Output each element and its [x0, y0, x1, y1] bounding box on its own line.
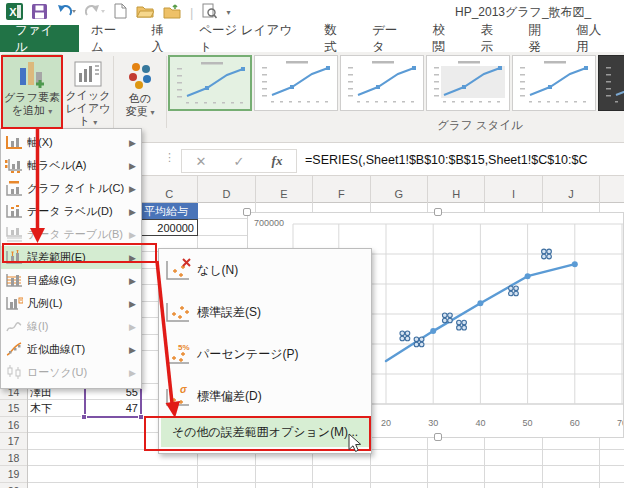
print-preview-icon[interactable]	[202, 3, 217, 22]
svg-text:X: X	[9, 6, 17, 18]
change-colors-button[interactable]: 色の 変更 ▾	[116, 54, 164, 129]
column-header[interactable]: I	[485, 176, 542, 203]
add-chart-element-button[interactable]: グラフ要素 を追加 ▾	[2, 54, 62, 129]
undo-icon[interactable]	[56, 4, 76, 21]
menu-item-data-labels[interactable]: データ ラベル(D)▶	[1, 200, 141, 223]
series-value-cell[interactable]: 200000	[141, 219, 198, 235]
chart-style-thumbnail[interactable]	[512, 55, 596, 111]
cell-a15[interactable]: 木下	[30, 400, 82, 416]
svg-text:50: 50	[523, 418, 533, 428]
selected-data-point	[442, 313, 452, 323]
trendline-icon	[1, 342, 27, 357]
column-header[interactable]: E	[256, 176, 313, 203]
row-header[interactable]: 15	[0, 400, 27, 416]
menu-item-axis-titles[interactable]: 軸ラベル(A)▶	[1, 154, 141, 177]
svg-text:σ: σ	[180, 384, 187, 395]
new-document-icon[interactable]	[114, 3, 127, 22]
svg-text:30: 30	[428, 418, 438, 428]
tab-page-layout[interactable]: ページ レイアウト	[187, 25, 312, 52]
tab-file[interactable]: ファイル	[0, 25, 79, 52]
submenu-arrow-icon: ▶	[129, 184, 141, 194]
open-folder-icon[interactable]	[136, 4, 154, 21]
submenu-item-none[interactable]: なし(N)	[159, 249, 371, 291]
dropdown-caret-icon: ▾	[151, 108, 155, 117]
updown-bars-icon	[1, 365, 27, 380]
series-name-cell[interactable]: 平均給与	[141, 203, 198, 219]
tab-personal[interactable]: 個人用	[564, 25, 624, 52]
submenu-item-standard-deviation[interactable]: σ 標準偏差(D)	[159, 375, 371, 417]
menu-item-gridlines[interactable]: 目盛線(G)▶	[1, 269, 141, 292]
tab-formulas[interactable]: 数式	[312, 25, 360, 52]
chart-style-thumbnail[interactable]	[168, 55, 252, 111]
cell-b15[interactable]: 47	[86, 400, 138, 416]
column-header[interactable]: H	[428, 176, 485, 203]
row-header[interactable]: 20	[0, 483, 27, 488]
excel-window: X | ▾ HP_2013グラフ_散布図_ ファイル ホーム 挿入 ページ レイ…	[0, 0, 624, 488]
insert-function-icon[interactable]: fx	[272, 153, 283, 169]
tab-review[interactable]: 校閲	[420, 25, 468, 52]
data-table-icon	[1, 227, 27, 242]
formula-bar-grip[interactable]: ⋮	[164, 151, 175, 164]
qat-separator: |	[190, 5, 193, 20]
selected-data-point	[457, 320, 467, 330]
column-header[interactable]: F	[313, 176, 370, 203]
enter-icon[interactable]: ✓	[234, 154, 245, 169]
save-icon[interactable]	[32, 4, 47, 22]
dropdown-caret-icon: ▾	[93, 118, 97, 127]
quick-layout-icon	[74, 61, 102, 89]
row-header[interactable]: 18	[0, 450, 27, 466]
submenu-arrow-icon: ▶	[129, 253, 141, 263]
column-header[interactable]: J	[543, 176, 600, 203]
column-header[interactable]: G	[371, 176, 428, 203]
selection-handle[interactable]	[138, 414, 144, 420]
menu-item-error-bars[interactable]: 誤差範囲(E)▶	[1, 246, 141, 269]
submenu-arrow-icon: ▶	[129, 345, 141, 355]
svg-text:60: 60	[570, 418, 580, 428]
chart-style-thumbnail[interactable]	[254, 55, 338, 111]
error-bars-submenu: なし(N) 標準誤差(S) 5% パーセンテージ(P) σ 標準偏差(D) その…	[158, 248, 372, 454]
formula-input[interactable]: =SERIES(,Sheet1!$B$10:$B$15,Sheet1!$C$10…	[305, 153, 588, 167]
column-header[interactable]: D	[198, 176, 255, 203]
error-bars-icon	[1, 250, 27, 265]
chart-style-thumbnail[interactable]	[598, 55, 624, 111]
submenu-item-percentage[interactable]: 5% パーセンテージ(P)	[159, 333, 371, 375]
column-header[interactable]: C	[141, 176, 198, 203]
svg-text:5%: 5%	[178, 343, 190, 352]
svg-text:70: 70	[617, 418, 623, 428]
axis-titles-icon	[1, 158, 27, 173]
selected-data-point	[509, 286, 519, 296]
svg-text:700000: 700000	[254, 218, 284, 228]
tab-data[interactable]: データ	[360, 25, 420, 52]
more-error-bar-options-item[interactable]: その他の誤差範囲オプション(M)...	[161, 418, 369, 447]
chart-resize-handle[interactable]	[434, 208, 442, 216]
chart-styles-gallery	[168, 55, 624, 113]
chart-resize-handle[interactable]	[243, 208, 251, 216]
chart-style-thumbnail[interactable]	[340, 55, 424, 111]
tab-view[interactable]: 表示	[468, 25, 516, 52]
cancel-icon[interactable]: ✕	[196, 154, 207, 169]
menu-item-legend[interactable]: 凡例(L)▶	[1, 292, 141, 315]
standard-error-icon	[159, 300, 197, 324]
menu-item-chart-title[interactable]: グラフ タイトル(C)▶	[1, 177, 141, 200]
tab-developer[interactable]: 開発	[516, 25, 564, 52]
row-header[interactable]: 19	[0, 466, 27, 482]
chart-styles-group-label: グラフ スタイル	[380, 118, 580, 133]
row-header[interactable]: 16	[0, 417, 27, 433]
standard-deviation-icon: σ	[159, 384, 197, 408]
menu-item-axes[interactable]: 軸(X)▶	[1, 131, 141, 154]
upload-folder-icon[interactable]	[163, 4, 181, 22]
row-header[interactable]: 17	[0, 433, 27, 449]
menu-item-trendline[interactable]: 近似曲線(T)▶	[1, 338, 141, 361]
submenu-arrow-icon: ▶	[129, 276, 141, 286]
redo-icon[interactable]	[85, 4, 105, 21]
qat-customize-caret-icon[interactable]: ▾	[226, 9, 230, 17]
submenu-arrow-icon: ▶	[129, 230, 141, 240]
tab-insert[interactable]: 挿入	[139, 25, 187, 52]
tab-home[interactable]: ホーム	[79, 25, 139, 52]
quick-layout-button[interactable]: クイック レイアウト ▾	[64, 54, 112, 129]
submenu-arrow-icon: ▶	[129, 299, 141, 309]
chart-style-thumbnail[interactable]	[426, 55, 510, 111]
submenu-item-standard-error[interactable]: 標準誤差(S)	[159, 291, 371, 333]
chart-resize-handle[interactable]	[434, 433, 442, 441]
submenu-arrow-icon: ▶	[129, 161, 141, 171]
